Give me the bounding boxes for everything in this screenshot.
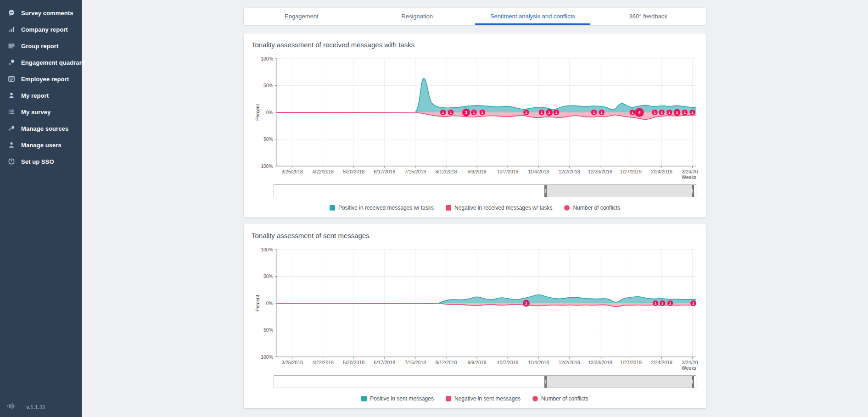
- chart-title-sent: Tonality assessment of sent messages: [252, 232, 698, 239]
- sidebar-item-label: Employee report: [21, 76, 69, 83]
- range-handle-left[interactable]: [544, 376, 547, 388]
- svg-text:1: 1: [525, 111, 527, 115]
- chart-legend: Positive in sent messagesNegative in sen…: [252, 395, 698, 402]
- rows-icon: [8, 42, 15, 50]
- conflict-badge[interactable]: 1: [667, 300, 673, 306]
- conflict-badge[interactable]: 1: [539, 110, 544, 115]
- sidebar-item-engagement-quadrant[interactable]: Engagement quadrant: [0, 54, 82, 71]
- svg-text:0%: 0%: [266, 300, 273, 306]
- legend-item: Positive in sent messages: [361, 395, 434, 402]
- legend-label: Positive in received messages w/ tasks: [338, 205, 434, 211]
- conflict-badge[interactable]: 2: [674, 109, 681, 116]
- conflict-badge[interactable]: 3: [462, 108, 470, 116]
- legend-label: Negative in received messages w/ tasks: [454, 205, 552, 211]
- svg-text:1: 1: [654, 111, 655, 115]
- quadrant-icon: [8, 59, 15, 66]
- svg-text:10/7/2018: 10/7/2018: [497, 360, 519, 365]
- svg-text:100%: 100%: [261, 56, 273, 61]
- legend-label: Number of conflicts: [541, 395, 588, 402]
- range-handle-right[interactable]: [692, 376, 694, 388]
- svg-text:4/22/2018: 4/22/2018: [312, 360, 334, 365]
- conflict-badge[interactable]: 1: [630, 110, 635, 115]
- svg-text:50%: 50%: [263, 273, 273, 279]
- conflict-badge[interactable]: 2: [523, 300, 530, 307]
- svg-text:1/27/2019: 1/27/2019: [620, 169, 642, 174]
- tab-360-feedback[interactable]: 360° feedback: [590, 8, 706, 25]
- time-range-selector[interactable]: [274, 184, 696, 197]
- sidebar-item-manage-sources[interactable]: Manage sources: [0, 120, 82, 137]
- legend-item: Number of conflicts: [564, 205, 620, 211]
- svg-text:1: 1: [684, 111, 686, 115]
- conflict-badge[interactable]: 1: [599, 110, 605, 115]
- svg-text:1: 1: [668, 111, 670, 115]
- svg-text:11/4/2018: 11/4/2018: [528, 360, 549, 365]
- sidebar: Survey commentsCompany reportGroup repor…: [0, 0, 82, 417]
- conflict-badge[interactable]: 1: [690, 300, 696, 306]
- legend-label: Positive in sent messages: [370, 395, 434, 402]
- sidebar-item-my-survey[interactable]: My survey: [0, 104, 82, 120]
- selected-range[interactable]: [547, 376, 694, 388]
- conflict-badge[interactable]: 1: [652, 110, 657, 115]
- svg-text:1: 1: [555, 111, 557, 115]
- sidebar-item-set-up-sso[interactable]: Set up SSO: [0, 153, 82, 170]
- conflict-badge[interactable]: 1: [471, 110, 476, 115]
- legend-item: Negative in sent messages: [446, 395, 521, 402]
- svg-text:50%: 50%: [263, 327, 273, 333]
- app-logo-icon: [7, 402, 17, 412]
- svg-text:2: 2: [549, 111, 550, 115]
- conflict-badge[interactable]: 1: [682, 110, 688, 115]
- conflict-badge[interactable]: 1: [523, 110, 529, 115]
- sidebar-item-group-report[interactable]: Group report: [0, 38, 82, 54]
- tab-engagement[interactable]: Engagement: [244, 8, 359, 25]
- conflict-badge[interactable]: 2: [546, 109, 553, 116]
- svg-text:2/24/2019: 2/24/2019: [651, 360, 672, 365]
- svg-text:1: 1: [661, 111, 662, 115]
- sso-icon: [8, 158, 15, 165]
- legend-label: Number of conflicts: [573, 205, 620, 211]
- app-version: v.1.1.11: [26, 404, 45, 411]
- conflict-badge[interactable]: 1: [554, 110, 559, 115]
- svg-text:1: 1: [442, 111, 444, 115]
- person-icon: [8, 92, 15, 99]
- conflict-badge[interactable]: 1: [660, 300, 665, 306]
- svg-text:Percent: Percent: [255, 295, 260, 311]
- bar-chart-icon: [8, 26, 15, 33]
- sidebar-item-my-report[interactable]: My report: [0, 87, 82, 104]
- conflict-badge[interactable]: 4: [635, 108, 644, 117]
- range-handle-right[interactable]: [692, 185, 694, 197]
- conflict-badge[interactable]: 1: [448, 110, 454, 115]
- conflict-badge[interactable]: 1: [440, 110, 446, 115]
- conflict-badge[interactable]: 1: [689, 110, 695, 115]
- conflict-badge[interactable]: 1: [653, 300, 658, 306]
- selected-range[interactable]: [547, 185, 694, 197]
- conflict-badge[interactable]: 1: [659, 110, 664, 115]
- svg-text:1: 1: [593, 111, 595, 115]
- svg-text:1: 1: [632, 111, 633, 115]
- sidebar-item-survey-comments[interactable]: Survey comments: [0, 5, 82, 21]
- sidebar-item-employee-report[interactable]: Employee report: [0, 71, 82, 87]
- time-range-selector[interactable]: [274, 375, 696, 388]
- svg-text:2: 2: [525, 301, 527, 306]
- legend-square-swatch: [446, 205, 451, 211]
- tab-resignation[interactable]: Resignation: [359, 8, 475, 25]
- conflict-badge[interactable]: 1: [591, 110, 597, 115]
- range-handle-left[interactable]: [544, 185, 547, 197]
- user-icon: [8, 141, 15, 149]
- sidebar-nav: Survey commentsCompany reportGroup repor…: [0, 5, 82, 170]
- sidebar-item-company-report[interactable]: Company report: [0, 21, 82, 38]
- svg-text:12/2/2018: 12/2/2018: [559, 360, 580, 365]
- svg-text:12/2/2018: 12/2/2018: [559, 169, 580, 174]
- svg-text:1: 1: [473, 111, 475, 115]
- sidebar-item-label: Manage users: [21, 142, 62, 149]
- svg-text:1: 1: [661, 301, 663, 306]
- tab-sentiment-analysis-and-conflicts[interactable]: Sentiment analysis and conflicts: [475, 8, 591, 25]
- sidebar-item-manage-users[interactable]: Manage users: [0, 137, 82, 153]
- conflict-badge[interactable]: 1: [480, 110, 485, 115]
- chat-icon: [8, 9, 15, 17]
- chart-legend: Positive in received messages w/ tasksNe…: [252, 205, 698, 211]
- conflict-badge[interactable]: 1: [666, 110, 672, 115]
- legend-circle-swatch: [564, 205, 570, 211]
- legend-circle-swatch: [532, 396, 538, 401]
- svg-text:1: 1: [692, 301, 694, 306]
- svg-text:1: 1: [541, 111, 543, 115]
